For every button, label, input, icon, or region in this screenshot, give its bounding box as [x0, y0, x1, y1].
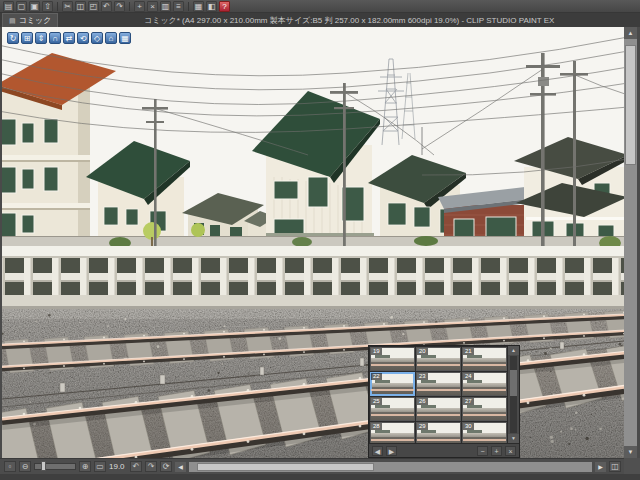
- material-number: 25: [371, 398, 382, 405]
- materials-scrollbar-thumb[interactable]: [510, 370, 517, 396]
- material-number: 20: [417, 348, 428, 355]
- material-thumbnail[interactable]: 20: [416, 347, 461, 371]
- delete-page-icon[interactable]: ×: [147, 1, 158, 12]
- material-number: 26: [417, 398, 428, 405]
- canvas-3d-scene[interactable]: [2, 27, 624, 458]
- vertical-scrollbar-track[interactable]: [624, 39, 637, 446]
- fit-view-icon[interactable]: ▭: [94, 461, 106, 472]
- palette-toggle-icon[interactable]: ◫: [609, 461, 621, 472]
- material-number: 22: [371, 373, 382, 380]
- vertical-scrollbar[interactable]: ▲ ▼: [624, 27, 637, 458]
- material-thumbnail[interactable]: 24: [462, 372, 507, 396]
- 3d-object-toolbar: ↻ ⊞ ⇕ ∩ ⇄ ⟲ ◇ ⌂ ▦: [7, 32, 131, 44]
- concrete-fence: [2, 246, 624, 309]
- material-number: 27: [463, 398, 474, 405]
- story-editor-icon[interactable]: ≡: [173, 1, 184, 12]
- material-thumbnail[interactable]: 29: [416, 422, 461, 443]
- grid-view-icon[interactable]: ▦: [193, 1, 204, 12]
- zoom-in-icon[interactable]: ⊕: [79, 461, 91, 472]
- delete-material-icon[interactable]: ×: [505, 446, 516, 456]
- canvas-area[interactable]: ↻ ⊞ ⇕ ∩ ⇄ ⟲ ◇ ⌂ ▦ 19 20 21 22 23 24 25 2: [2, 27, 624, 458]
- zoom-out-icon[interactable]: ⊖: [19, 461, 31, 472]
- materials-panel-footer: ◀ ▶ − + ×: [369, 443, 519, 457]
- scroll-up-icon[interactable]: ▲: [624, 27, 637, 39]
- paste-icon[interactable]: ◰: [88, 1, 99, 12]
- materials-icon[interactable]: ◧: [206, 1, 217, 12]
- help-icon[interactable]: ?: [219, 1, 230, 12]
- material-thumbnail[interactable]: 23: [416, 372, 461, 396]
- material-number: 23: [417, 373, 428, 380]
- page-list-icon[interactable]: ▥: [160, 1, 171, 12]
- new-page-icon[interactable]: ▤: [3, 1, 14, 12]
- zoom-slider[interactable]: [34, 463, 76, 470]
- material-thumbnail[interactable]: 28: [370, 422, 415, 443]
- view-options-icon[interactable]: ▫: [4, 461, 16, 472]
- copy-icon[interactable]: ◫: [75, 1, 86, 12]
- material-number: 24: [463, 373, 474, 380]
- status-bar: ▫ ⊖ ⊕ ▭ 19.0 ↶ ↷ ⟳ ◀ ▶ ◫ ≡: [0, 458, 640, 474]
- materials-scrollbar-track[interactable]: [510, 356, 517, 433]
- reset-camera-icon[interactable]: ⌂: [105, 32, 117, 44]
- zoom-value: 19.0: [109, 462, 127, 471]
- redo-icon[interactable]: ↷: [114, 1, 125, 12]
- zoom-in-thumbnail-icon[interactable]: +: [491, 446, 502, 456]
- scroll-left-icon[interactable]: ◀: [175, 462, 186, 472]
- document-tab-label: コミック: [19, 15, 52, 26]
- top-toolbar: ▤ ▢ ▣ ⇧ ✂ ◫ ◰ ↶ ↷ + × ▥ ≡ ▦ ◧ ?: [0, 0, 640, 13]
- reset-rotation-icon[interactable]: ⟳: [160, 461, 172, 472]
- material-thumbnail[interactable]: 25: [370, 397, 415, 421]
- material-thumbnail[interactable]: 27: [462, 397, 507, 421]
- materials-panel: 19 20 21 22 23 24 25 26 27 28 29 30 ▲ ▼: [368, 345, 520, 458]
- material-thumbnail[interactable]: 26: [416, 397, 461, 421]
- perspective-grid-icon[interactable]: ▦: [119, 32, 131, 44]
- prev-material-icon[interactable]: ◀: [372, 446, 383, 456]
- open-file-icon[interactable]: ▢: [16, 1, 27, 12]
- material-number: 28: [371, 423, 382, 430]
- toolbar-separator: [57, 2, 58, 11]
- scroll-down-icon[interactable]: ▼: [508, 434, 519, 443]
- material-thumbnail[interactable]: 22: [370, 372, 415, 396]
- rotate-right-icon[interactable]: ↷: [145, 461, 157, 472]
- document-tab-bar: ▤ コミック コミック* (A4 297.00 x 210.00mm 製本サイズ…: [0, 13, 640, 27]
- save-icon[interactable]: ▣: [29, 1, 40, 12]
- horizontal-scrollbar[interactable]: [189, 462, 592, 472]
- document-title: コミック* (A4 297.00 x 210.00mm 製本サイズ:B5 判 2…: [58, 15, 640, 26]
- object-move-icon[interactable]: ⇄: [63, 32, 75, 44]
- camera-rotate-icon[interactable]: ↻: [7, 32, 19, 44]
- rotate-left-icon[interactable]: ↶: [130, 461, 142, 472]
- materials-panel-body: 19 20 21 22 23 24 25 26 27 28 29 30 ▲ ▼: [369, 346, 519, 443]
- camera-pan-icon[interactable]: ⊞: [21, 32, 33, 44]
- clip-studio-paint-window: ▤ ▢ ▣ ⇧ ✂ ◫ ◰ ↶ ↷ + × ▥ ≡ ▦ ◧ ? ▤ コミック コ…: [0, 0, 640, 480]
- zoom-out-thumbnail-icon[interactable]: −: [477, 446, 488, 456]
- vertical-scrollbar-thumb[interactable]: [625, 45, 636, 165]
- horizontal-scrollbar-thumb[interactable]: [197, 463, 374, 471]
- next-material-icon[interactable]: ▶: [386, 446, 397, 456]
- material-thumbnail[interactable]: 19: [370, 347, 415, 371]
- materials-grid: 19 20 21 22 23 24 25 26 27 28 29 30: [369, 346, 507, 443]
- material-thumbnail[interactable]: 21: [462, 347, 507, 371]
- object-scale-icon[interactable]: ◇: [91, 32, 103, 44]
- scrollbar-corner: [624, 458, 640, 474]
- materials-scrollbar[interactable]: ▲ ▼: [507, 346, 519, 443]
- material-number: 30: [463, 423, 474, 430]
- object-rotate-icon[interactable]: ⟲: [77, 32, 89, 44]
- material-number: 29: [417, 423, 428, 430]
- material-number: 19: [371, 348, 382, 355]
- camera-roll-icon[interactable]: ∩: [49, 32, 61, 44]
- toolbar-separator: [188, 2, 189, 11]
- window-bottom-edge: [0, 474, 640, 480]
- add-page-icon[interactable]: +: [134, 1, 145, 12]
- zoom-slider-handle[interactable]: [41, 461, 46, 471]
- material-number: 21: [463, 348, 474, 355]
- document-tab[interactable]: ▤ コミック: [2, 13, 58, 27]
- toolbar-separator: [129, 2, 130, 11]
- document-icon: ▤: [9, 17, 16, 25]
- camera-zoom-icon[interactable]: ⇕: [35, 32, 47, 44]
- cut-icon[interactable]: ✂: [62, 1, 73, 12]
- scroll-down-icon[interactable]: ▼: [624, 446, 637, 458]
- undo-icon[interactable]: ↶: [101, 1, 112, 12]
- export-icon[interactable]: ⇧: [42, 1, 53, 12]
- scroll-up-icon[interactable]: ▲: [508, 346, 519, 355]
- scroll-right-icon[interactable]: ▶: [595, 462, 606, 472]
- material-thumbnail[interactable]: 30: [462, 422, 507, 443]
